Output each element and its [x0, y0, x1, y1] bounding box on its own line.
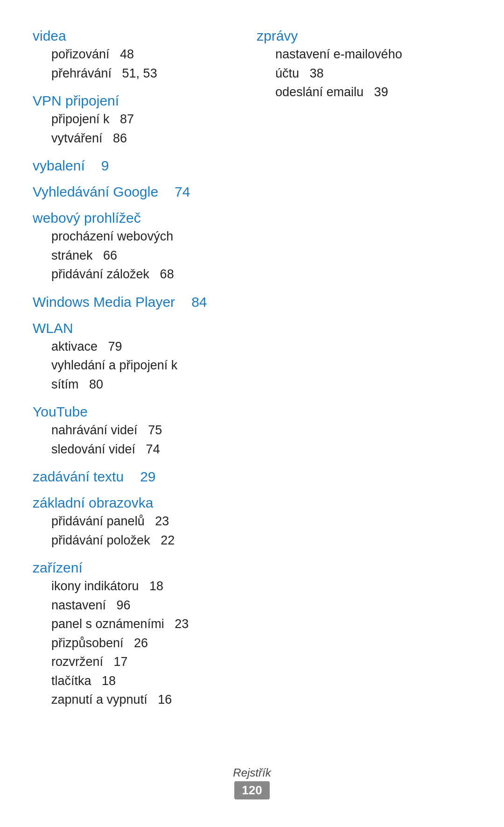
- entry-block-zakladni: základní obrazovka přidávání panelů 23 p…: [33, 495, 238, 550]
- entry-heading-zadavani: zadávání textu 29: [33, 469, 238, 485]
- index-container: videa pořizování 48 přehrávání 51, 53 VP…: [33, 28, 471, 720]
- entry-block-vybaleni: vybalení 9: [33, 158, 238, 174]
- entry-block-zpravy: zprávy nastavení e-mailovéhoúčtu 38 odes…: [257, 28, 471, 102]
- entry-block-wlan: WLAN aktivace 79 vyhledání a připojení k…: [33, 320, 238, 394]
- entry-heading-wmp: Windows Media Player 84: [33, 294, 238, 310]
- entry-heading-zakladni: základní obrazovka: [33, 495, 238, 511]
- sub-entry-webovy-1: procházení webovýchstránek 66: [33, 227, 238, 265]
- footer-label: Rejstřík: [33, 766, 471, 779]
- entry-block-zadavani: zadávání textu 29: [33, 469, 238, 485]
- entry-heading-zpravy: zprávy: [257, 28, 471, 44]
- entry-block-videa: videa pořizování 48 přehrávání 51, 53: [33, 28, 238, 83]
- entry-heading-wlan: WLAN: [33, 320, 238, 336]
- entry-block-zarizeni: zařízení ikony indikátoru 18 nastavení 9…: [33, 560, 238, 709]
- sub-entry-zakladni-1: přidávání panelů 23: [33, 512, 238, 531]
- sub-entry-wlan-1: aktivace 79: [33, 337, 238, 356]
- sub-entry-wlan-2: vyhledání a připojení ksítím 80: [33, 356, 238, 394]
- entry-heading-videa: videa: [33, 28, 238, 44]
- sub-entry-vpn-1: připojení k 87: [33, 110, 238, 129]
- entry-block-vyhledavani: Vyhledávání Google 74: [33, 184, 238, 200]
- entry-block-youtube: YouTube nahrávání videí 75 sledování vid…: [33, 404, 238, 459]
- sub-entry-zarizeni-3: panel s oznámeními 23: [33, 615, 238, 634]
- entry-heading-zarizeni: zařízení: [33, 560, 238, 576]
- sub-entry-zarizeni-6: tlačítka 18: [33, 671, 238, 691]
- entry-heading-vybaleni: vybalení 9: [33, 158, 238, 174]
- entry-heading-vpn: VPN připojení: [33, 93, 238, 109]
- sub-entry-youtube-2: sledování videí 74: [33, 440, 238, 459]
- sub-entry-vpn-2: vytváření 86: [33, 129, 238, 148]
- entry-block-webovy: webový prohlížeč procházení webovýchstrá…: [33, 210, 238, 284]
- entry-heading-webovy: webový prohlížeč: [33, 210, 238, 226]
- entry-block-wmp: Windows Media Player 84: [33, 294, 238, 310]
- footer-page-number: 120: [234, 781, 269, 799]
- sub-entry-videa-1: pořizování 48: [33, 45, 238, 64]
- entry-block-vpn: VPN připojení připojení k 87 vytváření 8…: [33, 93, 238, 148]
- sub-entry-zakladni-2: přidávání položek 22: [33, 531, 238, 550]
- sub-entry-zarizeni-4: přizpůsobení 26: [33, 634, 238, 653]
- sub-entry-videa-2: přehrávání 51, 53: [33, 64, 238, 83]
- sub-entry-webovy-2: přidávání záložek 68: [33, 265, 238, 284]
- sub-entry-youtube-1: nahrávání videí 75: [33, 421, 238, 440]
- sub-entry-zarizeni-5: rozvržení 17: [33, 652, 238, 671]
- entry-heading-youtube: YouTube: [33, 404, 238, 420]
- sub-entry-zarizeni-2: nastavení 96: [33, 596, 238, 615]
- sub-entry-zpravy-2: odeslání emailu 39: [257, 83, 471, 102]
- column-left: videa pořizování 48 přehrávání 51, 53 VP…: [33, 28, 252, 720]
- sub-entry-zarizeni-7: zapnutí a vypnutí 16: [33, 690, 238, 709]
- column-right: zprávy nastavení e-mailovéhoúčtu 38 odes…: [252, 28, 471, 720]
- entry-heading-vyhledavani: Vyhledávání Google 74: [33, 184, 238, 200]
- sub-entry-zpravy-1: nastavení e-mailovéhoúčtu 38: [257, 45, 471, 83]
- sub-entry-zarizeni-1: ikony indikátoru 18: [33, 577, 238, 596]
- page-footer: Rejstřík 120: [33, 757, 471, 799]
